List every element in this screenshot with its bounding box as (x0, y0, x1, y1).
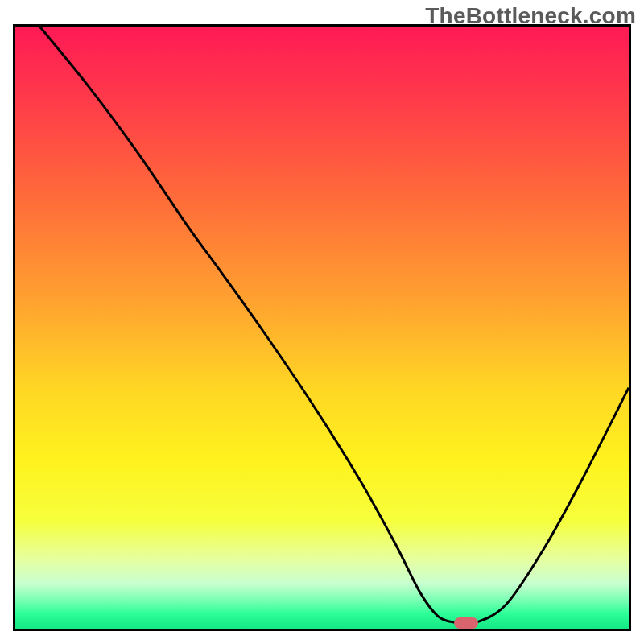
plot-area (13, 24, 631, 631)
marker-point (454, 617, 478, 629)
chart-container: TheBottleneck.com (0, 0, 644, 644)
gradient-rect (15, 27, 629, 629)
watermark-text: TheBottleneck.com (425, 3, 636, 29)
chart-svg (15, 27, 629, 629)
